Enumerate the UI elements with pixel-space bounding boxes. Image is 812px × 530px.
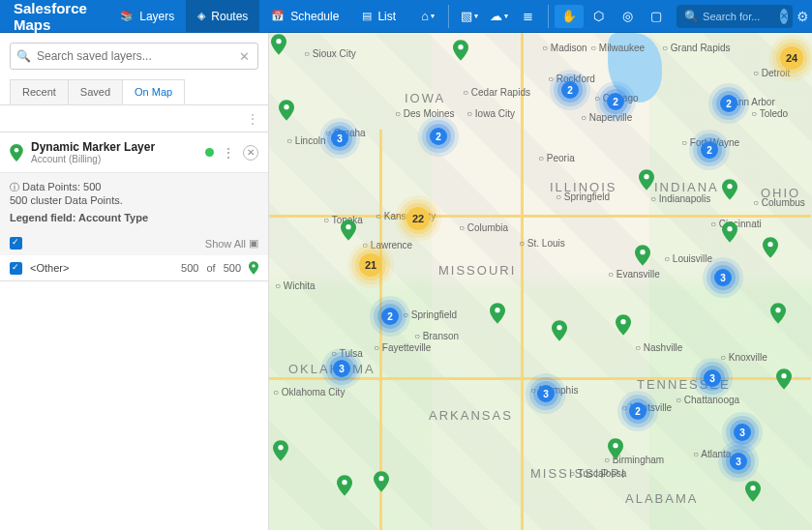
- city-label: ○ Nashville: [635, 342, 682, 353]
- show-all-checkbox[interactable]: [10, 237, 22, 250]
- cluster-marker[interactable]: 22: [406, 207, 430, 230]
- cluster-marker[interactable]: 21: [359, 253, 382, 277]
- map-pin[interactable]: [722, 221, 737, 244]
- circle-select-icon: ◎: [622, 9, 633, 23]
- layers-toggle-icon: ▧: [461, 9, 472, 23]
- cluster-marker[interactable]: 3: [537, 385, 555, 402]
- city-label: ○ Lincoln: [286, 135, 326, 146]
- pan-icon: ✋: [561, 9, 577, 23]
- map-pin[interactable]: [608, 437, 623, 460]
- map-pin[interactable]: [453, 39, 468, 62]
- caret-icon: ▾: [504, 12, 508, 20]
- tab-saved[interactable]: Saved: [68, 79, 123, 104]
- circle-tool[interactable]: ◎: [613, 5, 642, 28]
- nav-routes[interactable]: ◈ Routes: [186, 0, 259, 32]
- layer-close-icon[interactable]: ✕: [243, 145, 258, 161]
- svg-point-9: [727, 226, 732, 231]
- nav-list[interactable]: ▤ List: [350, 0, 407, 32]
- cluster-marker[interactable]: 24: [780, 46, 803, 70]
- city-label: ○ Indianapolis: [650, 193, 710, 204]
- layer-header: Dynamic Marker Layer Account (Billing) ⋮…: [0, 132, 268, 172]
- pan-tool[interactable]: ✋: [555, 5, 584, 28]
- layer-search[interactable]: 🔍 ✕: [10, 43, 258, 70]
- layer-more-icon[interactable]: ⋮: [222, 145, 235, 161]
- city-label: ○ Naperville: [581, 112, 632, 123]
- clear-icon[interactable]: ✕: [237, 49, 252, 64]
- cluster-marker[interactable]: 2: [561, 81, 579, 99]
- weather-button[interactable]: ☁▾: [484, 5, 513, 28]
- map-pin[interactable]: [770, 302, 786, 325]
- cluster-marker[interactable]: 3: [734, 424, 751, 441]
- tab-recent[interactable]: Recent: [10, 79, 69, 104]
- state-label: IOWA: [405, 91, 445, 105]
- home-icon: ⌂: [421, 9, 429, 23]
- map-pin[interactable]: [490, 302, 505, 325]
- map-pin[interactable]: [635, 244, 650, 267]
- search-icon: 🔍: [684, 10, 699, 23]
- cluster-marker[interactable]: 2: [629, 402, 647, 420]
- cluster-marker[interactable]: 3: [333, 360, 350, 377]
- svg-point-12: [620, 319, 625, 324]
- legend-row: <Other> 500 of 500: [0, 255, 268, 280]
- basemap-button[interactable]: ▧▾: [455, 5, 484, 28]
- city-label: ○ Lawrence: [362, 240, 412, 250]
- traffic-button[interactable]: ≣: [513, 5, 542, 28]
- city-label: ○ Oklahoma City: [273, 387, 345, 398]
- search-icon: 🔍: [16, 49, 31, 63]
- map-pin[interactable]: [763, 236, 778, 259]
- map-pin[interactable]: [776, 368, 792, 391]
- top-search-input[interactable]: [703, 11, 780, 22]
- map-pin[interactable]: [337, 474, 352, 497]
- tab-on-map[interactable]: On Map: [122, 79, 185, 104]
- city-label: ○ Wichita: [275, 280, 316, 291]
- show-all-link[interactable]: Show All ▣: [205, 237, 258, 250]
- map-pin[interactable]: [745, 480, 761, 503]
- lasso-tool[interactable]: ⬡: [584, 5, 613, 28]
- city-label: ○ Iowa City: [466, 108, 515, 119]
- cluster-marker[interactable]: 2: [701, 141, 718, 159]
- traffic-icon: ≣: [523, 9, 533, 23]
- svg-point-1: [252, 264, 255, 267]
- legend-field-label: Legend field:: [10, 212, 75, 223]
- cluster-marker[interactable]: 3: [730, 453, 747, 470]
- map-pin[interactable]: [279, 99, 294, 122]
- nav-layers[interactable]: 📚 Layers: [108, 0, 186, 32]
- svg-point-11: [556, 325, 561, 330]
- settings-button[interactable]: ⚙: [793, 9, 812, 24]
- nav-schedule[interactable]: 📅 Schedule: [259, 0, 350, 32]
- cluster-marker[interactable]: 2: [607, 93, 624, 110]
- cluster-marker[interactable]: 2: [720, 95, 737, 112]
- map-pin[interactable]: [341, 219, 356, 242]
- map-canvas[interactable]: IOWAILLINOISINDIANAOHIOMISSOURIOKLAHOMAA…: [269, 33, 812, 530]
- svg-point-7: [727, 184, 732, 189]
- map-pin[interactable]: [722, 178, 737, 201]
- city-label: ○ Sioux City: [304, 48, 356, 59]
- status-dot-icon: [205, 148, 214, 157]
- sidebar: 🔍 ✕ Recent Saved On Map ⋮ Dynamic Marker…: [0, 33, 269, 530]
- state-label: ARKANSAS: [429, 408, 513, 423]
- map-pin[interactable]: [271, 33, 286, 56]
- map-pin[interactable]: [374, 470, 389, 493]
- layer-search-input[interactable]: [37, 49, 237, 63]
- cluster-marker[interactable]: 2: [381, 308, 399, 325]
- map-pin[interactable]: [552, 319, 567, 342]
- svg-point-18: [378, 476, 383, 481]
- legend-of: of: [206, 262, 215, 274]
- show-all-row: Show All ▣: [0, 231, 268, 255]
- city-label: ○ Columbus: [753, 197, 805, 208]
- clear-search-icon[interactable]: ✕: [780, 9, 788, 24]
- cluster-marker[interactable]: 3: [704, 369, 721, 387]
- cluster-marker[interactable]: 3: [331, 130, 348, 147]
- home-button[interactable]: ⌂▾: [413, 5, 442, 28]
- map-pin[interactable]: [639, 168, 654, 191]
- more-icon[interactable]: ⋮: [246, 111, 260, 127]
- top-search[interactable]: 🔍 ✕: [677, 5, 793, 28]
- map-pin[interactable]: [273, 439, 288, 462]
- cluster-marker[interactable]: 2: [430, 128, 447, 145]
- top-bar: Salesforce Maps 📚 Layers ◈ Routes 📅 Sche…: [0, 0, 812, 33]
- state-label: MISSOURI: [438, 263, 516, 278]
- map-pin[interactable]: [616, 313, 631, 337]
- box-tool[interactable]: ▢: [642, 5, 671, 28]
- legend-checkbox[interactable]: [10, 262, 22, 275]
- cluster-marker[interactable]: 3: [714, 269, 732, 286]
